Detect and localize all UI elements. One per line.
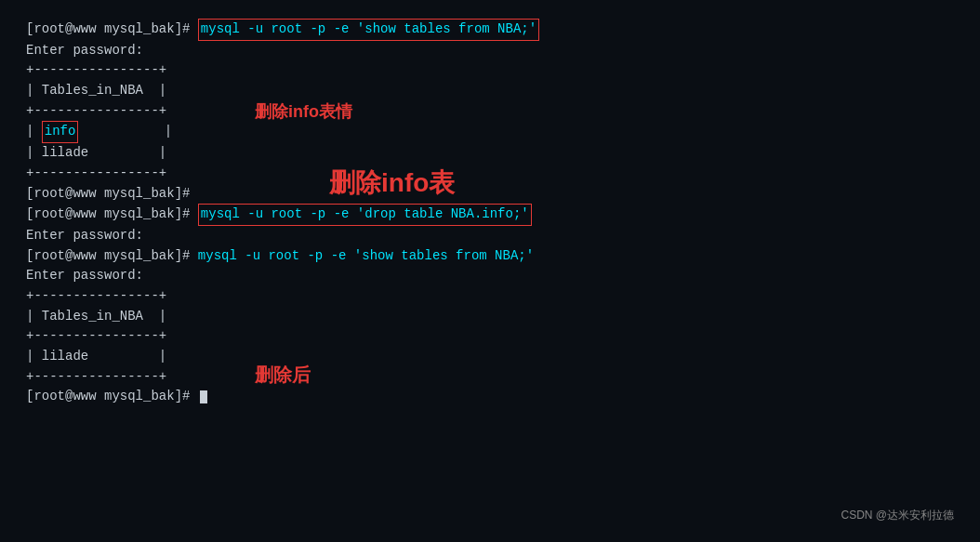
- annotation-after: 删除后: [255, 363, 311, 388]
- terminal-content: [root@www mysql_bak]# mysql -u root -p -…: [13, 9, 967, 533]
- cmd-show-tables-2: mysql -u root -p -e 'show tables from NB…: [198, 246, 534, 267]
- table-border-mid-1: +----------------+: [26, 101, 954, 122]
- cursor: [200, 390, 207, 403]
- enter-password-2: Enter password:: [26, 226, 954, 246]
- table-border-mid-2: +----------------+: [26, 326, 954, 347]
- terminal-line-2: Enter password:: [26, 41, 954, 61]
- terminal-line-drop: [root@www mysql_bak]# mysql -u root -p -…: [26, 204, 954, 226]
- info-cell: info: [42, 121, 79, 143]
- table-border-bottom-2: +----------------+: [26, 367, 954, 388]
- cmd-show-tables-1: mysql -u root -p -e 'show tables from NB…: [198, 19, 539, 41]
- terminal-line-show2: [root@www mysql_bak]# mysql -u root -p -…: [26, 246, 954, 267]
- table-border-top-2: +----------------+: [26, 286, 954, 307]
- cmd-drop-table: mysql -u root -p -e 'drop table NBA.info…: [198, 204, 532, 226]
- terminal-line-1: [root@www mysql_bak]# mysql -u root -p -…: [26, 19, 954, 41]
- table-row-lilade-2: | lilade |: [26, 347, 954, 367]
- table-header-1: | Tables_in_NBA |: [26, 81, 954, 101]
- table-header-2: | Tables_in_NBA |: [26, 307, 954, 327]
- last-prompt: [root@www mysql_bak]#: [26, 387, 954, 407]
- prompt-1: [root@www mysql_bak]#: [26, 20, 198, 40]
- enter-password-3: Enter password:: [26, 266, 954, 286]
- prompt-show2: [root@www mysql_bak]#: [26, 246, 198, 267]
- blank-prompt: [root@www mysql_bak]#: [26, 184, 954, 205]
- annotation-delete-table: 删除info表: [329, 165, 455, 201]
- annotation-delete-info: 删除info表情: [255, 100, 352, 123]
- terminal-window: [root@www mysql_bak]# mysql -u root -p -…: [0, 0, 980, 542]
- table-row-lilade-1: | lilade |: [26, 143, 954, 164]
- table-border-bottom-1: +----------------+: [26, 164, 954, 184]
- table-row-info: | info |: [26, 121, 954, 143]
- prompt-drop: [root@www mysql_bak]#: [26, 205, 198, 225]
- enter-password-1: Enter password:: [26, 41, 143, 61]
- table-border-top-1: +----------------+: [26, 60, 954, 81]
- watermark: CSDN @达米安利拉德: [841, 508, 954, 523]
